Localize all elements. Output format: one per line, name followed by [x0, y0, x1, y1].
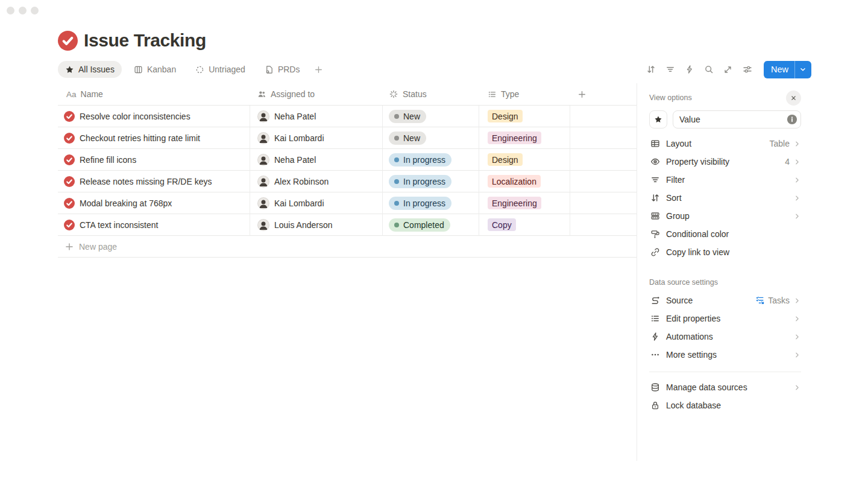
plus-icon — [577, 90, 587, 99]
assignee-cell[interactable]: Neha Patel — [250, 106, 383, 127]
menu-item-copy-link[interactable]: Copy link to view — [649, 243, 801, 261]
search-button[interactable] — [701, 62, 717, 77]
table-row[interactable]: Modal breaking at 768px Kai Lombardi In … — [58, 192, 637, 214]
sliders-icon — [743, 65, 752, 74]
column-header-assigned-to[interactable]: Assigned to — [250, 83, 383, 105]
chevron-right-icon — [793, 333, 801, 341]
window-control-dot[interactable] — [19, 7, 27, 14]
new-button-label: New — [764, 65, 794, 74]
expand-button[interactable] — [720, 62, 736, 77]
new-button[interactable]: New — [764, 61, 811, 78]
close-panel-button[interactable] — [786, 90, 801, 106]
column-header-status[interactable]: Status — [383, 83, 479, 105]
status-pill: New — [389, 110, 426, 123]
name-cell[interactable]: Resolve color inconsistencies — [58, 106, 250, 127]
assignee-cell[interactable]: Neha Patel — [250, 149, 383, 171]
empty-cell[interactable] — [570, 106, 637, 127]
status-dot-icon — [394, 114, 399, 119]
menu-item-filter[interactable]: Filter — [649, 171, 801, 189]
text-property-icon: Aa — [66, 90, 77, 99]
status-cell[interactable]: In progress — [383, 171, 479, 192]
tab-kanban[interactable]: Kanban — [127, 61, 183, 78]
avatar — [257, 197, 269, 209]
menu-item-manage-data-sources[interactable]: Manage data sources — [649, 378, 801, 396]
sort-button[interactable] — [643, 62, 659, 77]
tab-all-issues[interactable]: All Issues — [58, 61, 122, 78]
empty-cell[interactable] — [570, 192, 637, 214]
type-cell[interactable]: Engineering — [479, 127, 570, 149]
type-cell[interactable]: Copy — [479, 214, 570, 236]
menu-item-property-visibility[interactable]: Property visibility 4 — [649, 153, 801, 171]
view-settings-button[interactable] — [740, 62, 755, 77]
window-control-dot[interactable] — [31, 7, 39, 14]
type-cell[interactable]: Engineering — [479, 192, 570, 214]
status-cell[interactable]: In progress — [383, 192, 479, 214]
table-row[interactable]: Release notes missing FR/DE keys Alex Ro… — [58, 171, 637, 192]
add-view-button[interactable] — [312, 61, 326, 78]
row-check-icon — [64, 154, 75, 165]
type-cell[interactable]: Design — [479, 149, 570, 171]
tab-prds[interactable]: PRDs — [257, 61, 307, 78]
add-column-button[interactable] — [570, 83, 637, 105]
new-button-dropdown[interactable] — [794, 61, 811, 78]
filter-button[interactable] — [662, 62, 678, 77]
lock-icon — [650, 401, 660, 410]
status-cell[interactable]: New — [383, 106, 479, 127]
menu-item-automations[interactable]: Automations — [649, 328, 801, 346]
status-pill: New — [389, 132, 426, 145]
name-cell[interactable]: Refine fill icons — [58, 149, 250, 171]
avatar — [257, 154, 269, 166]
column-header-name[interactable]: Aa Name — [58, 83, 250, 105]
status-dot-icon — [394, 136, 399, 141]
automations-button[interactable] — [682, 62, 697, 77]
tab-untriaged[interactable]: Untriaged — [188, 61, 253, 78]
menu-item-edit-properties[interactable]: Edit properties — [649, 309, 801, 328]
menu-item-group[interactable]: Group — [649, 207, 801, 225]
sort-arrows-icon — [646, 65, 656, 74]
empty-cell[interactable] — [570, 214, 637, 236]
view-name-input[interactable] — [673, 110, 801, 128]
status-pill: In progress — [389, 175, 451, 188]
table-row[interactable]: CTA text inconsistent Louis Anderson Com… — [58, 214, 637, 236]
type-cell[interactable]: Design — [479, 106, 570, 127]
table-row[interactable]: Resolve color inconsistencies Neha Patel… — [58, 106, 637, 127]
empty-cell[interactable] — [570, 171, 637, 192]
data-source-settings-title: Data source settings — [649, 277, 801, 288]
assignee-cell[interactable]: Kai Lombardi — [250, 127, 383, 149]
name-cell[interactable]: Checkout retries hitting rate limit — [58, 127, 250, 149]
window-control-dot[interactable] — [7, 7, 14, 14]
close-icon — [789, 94, 798, 103]
plus-icon — [314, 65, 323, 74]
name-cell[interactable]: Release notes missing FR/DE keys — [58, 171, 250, 192]
assignee-cell[interactable]: Louis Anderson — [250, 214, 383, 236]
favorite-view-button[interactable] — [649, 110, 667, 128]
menu-item-lock-database[interactable]: Lock database — [649, 396, 801, 414]
status-cell[interactable]: New — [383, 127, 479, 149]
type-cell[interactable]: Localization — [479, 171, 570, 192]
filter-icon — [665, 65, 675, 74]
assignee-cell[interactable]: Kai Lombardi — [250, 192, 383, 214]
assignee-cell[interactable]: Alex Robinson — [250, 171, 383, 192]
name-cell[interactable]: CTA text inconsistent — [58, 214, 250, 236]
table-row[interactable]: Checkout retries hitting rate limit Kai … — [58, 127, 637, 149]
menu-item-sort[interactable]: Sort — [649, 189, 801, 207]
page-header: Issue Tracking All Issues Kanban Untriag… — [0, 28, 868, 78]
new-page-row[interactable]: New page — [58, 236, 637, 258]
menu-item-more-settings[interactable]: More settings — [649, 346, 801, 364]
document-icon — [265, 65, 274, 74]
empty-cell[interactable] — [570, 149, 637, 171]
menu-item-layout[interactable]: Layout Table — [649, 135, 801, 153]
menu-item-source[interactable]: Source Tasks — [649, 291, 801, 309]
status-cell[interactable]: Completed — [383, 214, 479, 236]
table-row[interactable]: Refine fill icons Neha Patel In progress… — [58, 149, 637, 171]
status-cell[interactable]: In progress — [383, 149, 479, 171]
page-check-icon[interactable] — [58, 31, 78, 51]
menu-item-conditional-color[interactable]: Conditional color — [649, 225, 801, 243]
chevron-right-icon — [793, 212, 801, 220]
info-icon[interactable] — [787, 114, 797, 125]
name-cell[interactable]: Modal breaking at 768px — [58, 192, 250, 214]
page-title[interactable]: Issue Tracking — [84, 30, 206, 51]
column-header-type[interactable]: Type — [479, 83, 570, 105]
link-icon — [650, 247, 660, 257]
empty-cell[interactable] — [570, 127, 637, 149]
